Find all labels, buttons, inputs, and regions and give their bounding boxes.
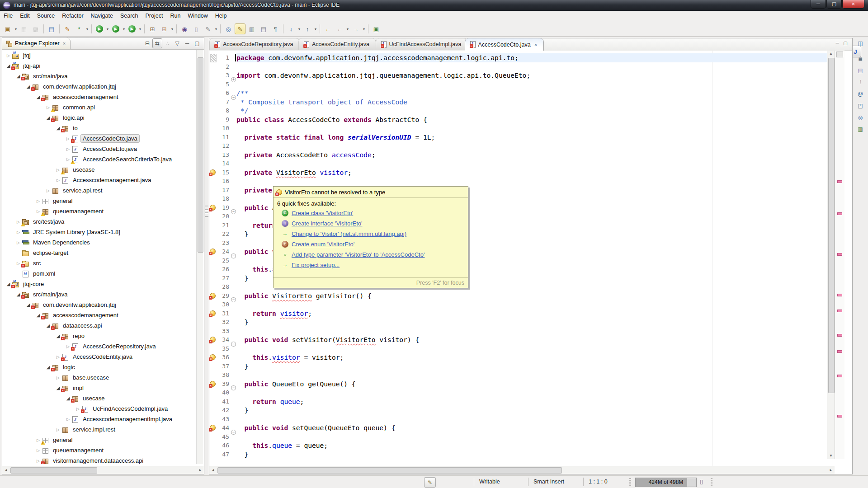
- scroll-up-icon[interactable]: ▲: [827, 51, 835, 57]
- tree-item[interactable]: eclipse-target: [2, 248, 197, 258]
- tree-item[interactable]: ◢×com.devonfw.application.jtqj: [2, 81, 197, 92]
- maximize-editor-icon[interactable]: ▢: [841, 41, 849, 48]
- tree-item[interactable]: ▷×AccessCodeCto.java: [2, 133, 197, 144]
- search-view-icon[interactable]: ◎: [854, 112, 866, 123]
- quick-fix-link[interactable]: Add type parameter 'VisitorEto' to 'Acce…: [292, 251, 425, 258]
- expander-icon[interactable]: ▷: [35, 448, 42, 453]
- overview-error-mark[interactable]: [837, 415, 842, 418]
- new-wizard-button[interactable]: ▣: [2, 23, 13, 34]
- quick-fix-bulb-icon[interactable]: [210, 205, 216, 211]
- menu-help[interactable]: Help: [212, 11, 231, 19]
- tree-item[interactable]: ▷×src: [2, 258, 197, 268]
- last-edit-location-button[interactable]: ←: [322, 23, 333, 34]
- menu-edit[interactable]: Edit: [16, 11, 33, 19]
- quick-fix-bulb-icon[interactable]: [210, 310, 216, 316]
- editor-horizontal-scrollbar[interactable]: ◄ ►: [209, 466, 835, 474]
- quick-fix-link[interactable]: Fix project setup...: [292, 262, 340, 268]
- back-button[interactable]: ←: [334, 23, 345, 34]
- fold-collapse-icon[interactable]: −: [231, 95, 236, 100]
- tree-item[interactable]: ▷common.api: [2, 102, 197, 113]
- window-close-button[interactable]: ×: [842, 0, 864, 9]
- window-minimize-button[interactable]: ─: [811, 0, 826, 9]
- coverage-button[interactable]: ▶: [110, 23, 121, 34]
- scroll-left-icon[interactable]: ◄: [209, 468, 217, 472]
- tree-item[interactable]: ◢×jtqj-core: [2, 279, 197, 289]
- quick-fix-bulb-icon[interactable]: [210, 169, 216, 175]
- tree-item[interactable]: ▷Maven Dependencies: [2, 237, 197, 248]
- link-with-editor-icon[interactable]: ⇆: [152, 38, 162, 48]
- tree-item[interactable]: ▷×AccessCodeEntity.java: [2, 352, 197, 362]
- tree-item[interactable]: ▷queuemanagement: [2, 445, 197, 455]
- package-explorer-vertical-scrollbar[interactable]: [196, 50, 203, 464]
- menu-window[interactable]: Window: [184, 11, 211, 19]
- tree-item[interactable]: ▷general: [2, 435, 197, 445]
- tree-item[interactable]: ◢×to: [2, 123, 197, 133]
- package-explorer-horizontal-scrollbar[interactable]: ◄ ►: [2, 466, 204, 474]
- outline-view-icon[interactable]: ≣: [854, 53, 866, 64]
- clipboard-button[interactable]: ▯: [191, 23, 202, 34]
- focus-icon[interactable]: ∴: [162, 38, 172, 48]
- menu-file[interactable]: File: [0, 11, 16, 19]
- package-explorer-close-icon[interactable]: ×: [63, 41, 66, 46]
- quick-fix-bulb-icon[interactable]: [210, 337, 216, 343]
- tree-item[interactable]: ▷×UcFindAccessCodeImpl.java: [2, 404, 197, 414]
- quick-fix-link[interactable]: Change to 'Visitor' (net.sf.mmm.util.lan…: [292, 230, 406, 237]
- tree-item[interactable]: ◢×logic: [2, 362, 197, 372]
- next-annotation-button-dropdown-icon[interactable]: ▼: [297, 24, 302, 34]
- menu-refactor[interactable]: Refactor: [58, 11, 87, 19]
- sash-splitter[interactable]: [205, 206, 208, 217]
- save-all-button[interactable]: ▩: [30, 23, 41, 34]
- tree-item[interactable]: ▷×AccessCodeRepository.java: [2, 341, 197, 352]
- tree-item[interactable]: ◢×com.devonfw.application.jtqj: [2, 300, 197, 310]
- console-button[interactable]: ▤: [46, 23, 57, 34]
- show-whitespace-button[interactable]: ¶: [270, 23, 281, 34]
- console-view-icon[interactable]: ▥: [854, 124, 866, 135]
- back-button-dropdown-icon[interactable]: ▼: [345, 24, 350, 34]
- quick-fix-item[interactable]: ○Add type parameter 'VisitorEto' to 'Acc…: [274, 249, 468, 260]
- package-explorer-view-tab[interactable]: Package Explorer ×: [2, 38, 71, 49]
- fold-collapse-icon[interactable]: −: [231, 342, 236, 347]
- quick-fix-link[interactable]: Create enum 'VisitorEto': [292, 241, 354, 248]
- new-wizard-button-dropdown-icon[interactable]: ▼: [14, 24, 18, 34]
- tree-item[interactable]: ▷queuemanagement: [2, 206, 197, 216]
- minimize-editor-icon[interactable]: ─: [833, 41, 841, 48]
- profile-button-dropdown-icon[interactable]: ▼: [138, 24, 142, 34]
- editor-tab-UcFindAccessCodeImpl.java[interactable]: ×UcFindAccessCodeImpl.java: [376, 38, 468, 50]
- annotation-pen-button[interactable]: ✎: [203, 23, 213, 34]
- quick-fix-bulb-icon[interactable]: [210, 425, 216, 431]
- run-button-dropdown-icon[interactable]: ▼: [105, 24, 110, 34]
- tree-item[interactable]: ◢×accesscodemanagement: [2, 92, 197, 102]
- tree-item[interactable]: ▷usecase: [2, 164, 197, 175]
- view-menu-icon[interactable]: ▽: [172, 38, 182, 48]
- window-maximize-button[interactable]: ▢: [826, 0, 842, 9]
- tree-item[interactable]: ◢×impl: [2, 383, 197, 393]
- annotation-pen-button-dropdown-icon[interactable]: ▼: [214, 24, 218, 34]
- tree-item[interactable]: ▷service.api.rest: [2, 185, 197, 196]
- tree-item[interactable]: ▷AccessCodeSearchCriteriaTo.java: [2, 154, 197, 164]
- overview-error-mark[interactable]: [837, 180, 842, 183]
- external-tools-button[interactable]: *: [74, 23, 85, 34]
- java-search-button[interactable]: ◎: [223, 23, 234, 34]
- editor-vertical-scrollbar[interactable]: ▲ ▼: [827, 51, 835, 459]
- run-garbage-collector-icon[interactable]: ▯: [700, 478, 707, 486]
- tree-item[interactable]: ◢×jtqj-api: [2, 61, 197, 71]
- tree-item[interactable]: ◢×dataaccess.api: [2, 320, 197, 331]
- task-list-view-icon[interactable]: ▤: [854, 65, 866, 76]
- quick-fix-bulb-icon[interactable]: [210, 354, 216, 360]
- expander-icon[interactable]: ▷: [15, 240, 22, 245]
- restore-views-icon[interactable]: ◫: [854, 38, 866, 49]
- editor-tab-AccessCodeCto.java[interactable]: ×AccessCodeCto.java×: [465, 38, 544, 51]
- editor-tab-AccessCodeEntity.java[interactable]: ×AccessCodeEntity.java: [298, 38, 376, 50]
- scroll-right-icon[interactable]: ►: [197, 468, 204, 472]
- quick-fix-link[interactable]: Create class 'VisitorEto': [292, 210, 353, 216]
- tree-item[interactable]: ▷×visitormanagement.dataaccess.api: [2, 455, 197, 464]
- collapse-all-icon[interactable]: ⊟: [142, 38, 152, 48]
- mark-occurrences-button[interactable]: ✎: [235, 23, 245, 34]
- expander-icon[interactable]: ▷: [65, 147, 71, 151]
- tree-item[interactable]: ◢×logic.api: [2, 113, 197, 123]
- tree-item[interactable]: ▷JRE System Library [JavaSE-1.8]: [2, 227, 197, 237]
- tree-item[interactable]: ▷general: [2, 196, 197, 206]
- fold-collapse-icon[interactable]: −: [231, 253, 236, 258]
- quick-fix-bulb-icon[interactable]: [210, 293, 216, 299]
- overview-error-mark[interactable]: [837, 294, 842, 296]
